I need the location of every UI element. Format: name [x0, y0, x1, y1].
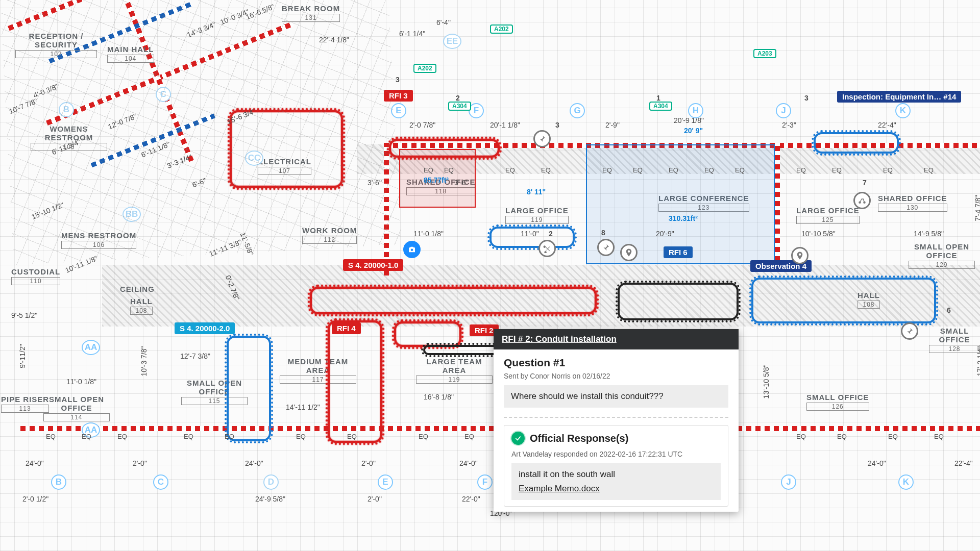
rfi-popup-header[interactable]: RFI # 2: Conduit installation — [494, 329, 739, 349]
wall-vert-2 — [775, 143, 780, 270]
dim: 20'-1 1/8" — [490, 121, 520, 129]
grid-J-top: J — [776, 103, 791, 118]
rfi-sent-meta: Sent by Conor Norris on 02/16/22 — [504, 372, 728, 380]
dim-blue: 20' 9" — [684, 127, 703, 135]
cloud-red-3 — [326, 318, 384, 445]
grid-F-bot: F — [477, 474, 493, 490]
dim: 20'-9" — [656, 230, 674, 238]
pin-scissors[interactable] — [538, 240, 556, 257]
eq: EQ — [82, 433, 91, 440]
room-soopen1: SMALL OPEN OFFICE114 — [43, 395, 110, 421]
eq: EQ — [225, 433, 234, 440]
dim: 2'-0 1/2" — [22, 495, 48, 503]
rfi-attachment-link[interactable]: Example Memo.docx — [519, 484, 600, 494]
dim: 22'-4 1/8" — [319, 36, 349, 44]
svg-point-2 — [411, 249, 413, 252]
grid-C-bot: C — [153, 474, 168, 490]
dim: 22'-0" — [462, 495, 480, 503]
flag-s4a[interactable]: S 4. 20000-1.0 — [343, 259, 403, 271]
dim: 24'-9 5/8" — [255, 495, 285, 503]
wing-rotated — [0, 0, 461, 234]
eq: EQ — [296, 433, 306, 440]
callout-2: 2 — [456, 94, 460, 102]
pin-pushpin-2[interactable] — [597, 239, 615, 256]
dim: 9'-11/2" — [18, 344, 27, 368]
room-largeoffice1: LARGE OFFICE119 — [505, 206, 569, 224]
eq: EQ — [424, 166, 433, 174]
dim: 13'-10 5/8" — [762, 365, 770, 399]
dim: 6'-6" — [191, 176, 207, 189]
rfi-popup-title-link[interactable]: RFI # 2: Conduit installation — [502, 334, 617, 344]
room-workroom: WORK ROOM112 — [302, 226, 357, 244]
eq: EQ — [602, 166, 612, 174]
separator — [504, 417, 728, 418]
grid-BB: BB — [122, 207, 141, 222]
dim: 16'-6.5/8" — [244, 3, 276, 21]
eq: EQ — [419, 433, 428, 440]
dim: 14'-9 5/8" — [914, 230, 944, 238]
dim: 10'-0 3/4" — [219, 8, 250, 27]
dim: 11'-0 1/8" — [413, 230, 444, 238]
room-reception: RECEPTION / SECURITY102 — [15, 32, 97, 58]
pin-camera[interactable] — [403, 241, 421, 258]
tag-a202b[interactable]: A202 — [413, 64, 436, 73]
eq: EQ — [444, 166, 454, 174]
dim: 3'-3 1/4" — [166, 153, 193, 170]
dim: 14'-11 1/2" — [286, 403, 320, 411]
floorplan-canvas[interactable]: BREAK ROOM131 RECEPTION / SECURITY102 MA… — [0, 0, 980, 551]
pin-bike[interactable] — [853, 192, 871, 209]
tag-a304b[interactable]: A304 — [649, 102, 672, 111]
dim: 2'-9" — [605, 121, 620, 129]
flag-s4b[interactable]: S 4. 20000-2.0 — [175, 322, 235, 334]
room-smalloffice2: SMALL OFFICE128 — [929, 327, 980, 353]
flag-rfi3[interactable]: RFI 3 — [384, 90, 413, 102]
callout-1: 1 — [656, 94, 660, 102]
grid-B: B — [59, 102, 74, 117]
grid-E-top: E — [391, 103, 406, 118]
eq: EQ — [505, 166, 515, 174]
tag-a203[interactable]: A203 — [753, 49, 776, 58]
dim: 12'-0 7/8" — [107, 112, 138, 131]
dim: 12'-7 3/8" — [180, 352, 210, 360]
eq: EQ — [46, 433, 56, 440]
rfi-question-heading: Question #1 — [504, 357, 728, 369]
tag-a304a[interactable]: A304 — [448, 102, 471, 111]
grid-D-bot: D — [263, 474, 279, 490]
pin-pushpin-1[interactable] — [533, 130, 551, 147]
room-largeoffice2: LARGE OFFICE125 — [796, 206, 860, 224]
flag-rfi6[interactable]: RFI 6 — [664, 246, 693, 258]
rfi-responses-heading: Official Response(s) — [530, 433, 628, 444]
eq: EQ — [837, 433, 847, 440]
dim: 15'-6 3/4" — [226, 107, 257, 126]
rfi-question-text: Where should we install this conduit??? — [504, 385, 728, 408]
dim: 6'-1 1/4" — [399, 30, 425, 38]
check-icon — [511, 432, 525, 445]
eq: EQ — [464, 433, 474, 440]
eq: EQ — [704, 166, 714, 174]
tag-a202a[interactable]: A202 — [490, 24, 513, 34]
room-piperiser: PIPE RISER113 — [1, 395, 49, 413]
eq: EQ — [735, 166, 745, 174]
dim: 2'-0 7/8" — [409, 121, 435, 129]
grid-AA-bot1: AA — [82, 340, 100, 355]
dim: 9'-5 1/2" — [11, 311, 37, 319]
pin-location-2[interactable] — [791, 247, 808, 264]
eq: EQ — [633, 166, 643, 174]
room-break: BREAK ROOM131 — [282, 4, 340, 22]
eq: EQ — [796, 433, 806, 440]
dim: 16'-8 1/8" — [424, 393, 454, 401]
pin-pushpin-3[interactable] — [901, 322, 918, 340]
callout-7: 7 — [863, 179, 867, 187]
cloud-red-1 — [387, 137, 502, 160]
dim: 20'-9 1/8" — [674, 116, 704, 124]
grid-C: C — [156, 87, 171, 102]
dim: 24'-0" — [26, 459, 44, 467]
eq: EQ — [184, 433, 193, 440]
flag-inspection[interactable]: Inspection: Equipment In… #14 — [837, 91, 961, 103]
room-electrical: ELECTRICAL107 — [258, 157, 311, 175]
callout-6: 6 — [947, 306, 951, 314]
room-hall: HALL108 — [130, 297, 153, 315]
pin-location-1[interactable] — [620, 244, 638, 261]
flag-rfi4[interactable]: RFI 4 — [332, 322, 361, 334]
callout-3b: 3 — [555, 121, 559, 129]
